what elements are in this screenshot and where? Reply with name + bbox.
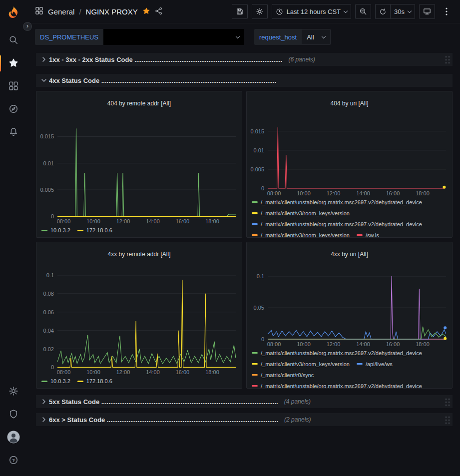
sidebar-expand-button[interactable]: › <box>23 22 32 31</box>
row-title: 6xx > Status Code ......................… <box>49 416 278 424</box>
time-series-chart[interactable]: 0.0150.010.005008:0010:0012:0014:0016:00… <box>247 113 452 197</box>
row-drag-handle[interactable] <box>445 55 451 64</box>
legend-item[interactable]: 172.18.0.6 <box>77 377 112 385</box>
legend-item[interactable]: /_matrix/client/unstable/org.matrix.msc2… <box>252 198 422 206</box>
row-header-4xx[interactable]: 4xx Status Code ........................… <box>36 74 453 87</box>
grafana-logo[interactable] <box>5 5 21 21</box>
row-header-6xx[interactable]: 6xx > Status Code ......................… <box>36 413 453 426</box>
sidebar-item-server-admin[interactable] <box>0 403 27 426</box>
svg-text:16:00: 16:00 <box>386 341 400 347</box>
svg-text:0.1: 0.1 <box>257 273 264 279</box>
legend-item[interactable]: /_matrix/client/unstable/org.matrix.msc2… <box>252 349 422 357</box>
request-host-variable-select[interactable]: All <box>302 29 331 45</box>
alerting-bell-icon <box>8 127 18 138</box>
favorite-star-icon[interactable] <box>142 7 150 16</box>
sidebar-item-starred[interactable] <box>0 52 27 75</box>
row-panel-count: (6 panels) <box>288 56 315 63</box>
zoom-out-button[interactable] <box>355 4 371 19</box>
dashboard-header: General / NGINX PROXY Last 12 hours CST … <box>27 0 460 23</box>
time-range-label: Last 12 hours CST <box>287 8 341 15</box>
series-color-swatch <box>357 363 363 365</box>
sidebar-item-search[interactable] <box>0 29 27 52</box>
series-label: 10.0.3.2 <box>50 226 70 234</box>
search-icon <box>8 35 18 46</box>
svg-text:0.1: 0.1 <box>46 272 54 278</box>
svg-text:16:00: 16:00 <box>176 369 190 375</box>
apps-grid-icon <box>35 6 43 16</box>
legend-item[interactable]: /_matrix/client/unstable/org.matrix.msc2… <box>252 220 422 228</box>
dashboard-settings-button[interactable] <box>252 4 268 19</box>
breadcrumb-dashboard-title[interactable]: NGINX PROXY <box>86 7 138 16</box>
svg-text:08:00: 08:00 <box>267 341 281 347</box>
time-series-chart[interactable]: 0.10.05008:0010:0012:0014:0016:0018:00 <box>247 264 452 348</box>
legend-item[interactable]: 10.0.3.2 <box>41 377 70 385</box>
datasource-variable-select[interactable] <box>103 29 244 45</box>
panel-title[interactable]: 4xx by uri [All] <box>247 247 452 258</box>
row-title: 5xx Status Code ........................… <box>49 398 278 406</box>
chevron-down-icon <box>408 8 412 12</box>
legend-item[interactable]: /api/live/ws <box>357 360 393 368</box>
svg-text:0.02: 0.02 <box>43 346 54 352</box>
svg-text:0: 0 <box>51 213 54 219</box>
share-icon[interactable] <box>155 7 163 16</box>
svg-text:0.04: 0.04 <box>43 328 54 334</box>
svg-text:10:00: 10:00 <box>297 341 311 347</box>
panel-legend: 10.0.3.2172.18.0.6 <box>36 225 242 237</box>
svg-text:08:00: 08:00 <box>57 218 71 224</box>
refresh-interval-dropdown[interactable]: 30s <box>390 4 415 19</box>
row-header-1xx-3xx-2xx[interactable]: 1xx - 3xx - 2xx Status Code ............… <box>36 53 453 66</box>
series-label: /_matrix/client/v3/room_keys/version <box>261 231 350 237</box>
series-label: /_matrix/client/unstable/org.matrix.msc2… <box>261 220 422 228</box>
sidebar-item-alerting[interactable] <box>0 121 27 144</box>
kebab-menu-icon[interactable] <box>439 4 454 19</box>
row-header-5xx[interactable]: 5xx Status Code ........................… <box>36 395 453 408</box>
legend-item[interactable]: /_matrix/client/v3/room_keys/version <box>252 209 350 217</box>
gear-icon <box>8 386 18 398</box>
tv-mode-button[interactable] <box>419 4 435 19</box>
series-label: 172.18.0.6 <box>86 226 112 234</box>
svg-text:0.05: 0.05 <box>254 305 264 311</box>
panel-title[interactable]: 4xx by remote addr [All] <box>36 247 242 258</box>
sidebar-item-profile[interactable] <box>0 426 27 449</box>
series-label: 10.0.3.2 <box>50 377 70 385</box>
panel-title[interactable]: 404 by remote addr [All] <box>36 96 242 107</box>
request-host-variable-label[interactable]: request_host <box>254 29 302 45</box>
legend-item[interactable]: /_matrix/client/v3/room_keys/version <box>252 360 350 368</box>
legend-item[interactable]: 10.0.3.2 <box>41 226 70 234</box>
dashboards-grid-icon <box>8 81 18 92</box>
panel-title[interactable]: 404 by uri [All] <box>247 96 452 107</box>
series-label: /_matrix/client/v3/room_keys/version <box>261 360 350 368</box>
panel-legend: /_matrix/client/unstable/org.matrix.msc2… <box>247 197 452 237</box>
svg-text:0.005: 0.005 <box>40 187 54 193</box>
legend-item[interactable]: 172.18.0.6 <box>77 226 112 234</box>
legend-item[interactable]: /_matrix/client/v3/room_keys/version <box>252 231 350 237</box>
chevron-right-icon <box>39 57 49 62</box>
svg-text:0: 0 <box>51 364 54 370</box>
svg-text:18:00: 18:00 <box>416 190 430 196</box>
legend-item[interactable]: /_matrix/client/unstable/org.matrix.msc2… <box>252 382 422 388</box>
panel-legend: 10.0.3.2172.18.0.6 <box>36 376 242 388</box>
series-color-swatch <box>357 234 363 236</box>
time-series-chart[interactable]: 0.10.080.060.040.02008:0010:0012:0014:00… <box>36 264 242 376</box>
time-range-picker[interactable]: Last 12 hours CST <box>272 4 351 19</box>
series-color-swatch <box>252 363 258 365</box>
time-series-chart[interactable]: 0.0150.010.005008:0010:0012:0014:0016:00… <box>36 113 242 225</box>
row-drag-handle[interactable] <box>445 398 451 406</box>
sidebar-item-explore[interactable] <box>0 98 27 121</box>
sidebar-item-help[interactable]: ? <box>0 449 27 472</box>
datasource-variable-label[interactable]: DS_PROMETHEUS <box>35 29 103 45</box>
datasource-variable: DS_PROMETHEUS <box>35 29 244 45</box>
legend-item[interactable]: /_matrix/client/r0/sync <box>252 371 314 379</box>
series-color-swatch <box>252 234 258 236</box>
save-dashboard-button[interactable] <box>232 4 248 19</box>
chevron-down-icon <box>39 78 49 83</box>
breadcrumb-folder[interactable]: General <box>48 7 74 16</box>
row-drag-handle[interactable] <box>445 416 451 424</box>
svg-text:0: 0 <box>261 336 264 342</box>
sidebar-item-dashboards[interactable] <box>0 75 27 98</box>
refresh-button[interactable] <box>375 4 390 19</box>
svg-text:10:00: 10:00 <box>86 369 100 375</box>
sidebar-item-configuration[interactable] <box>0 380 27 403</box>
legend-item[interactable]: /sw.js <box>357 231 379 237</box>
svg-text:0.01: 0.01 <box>43 160 54 166</box>
